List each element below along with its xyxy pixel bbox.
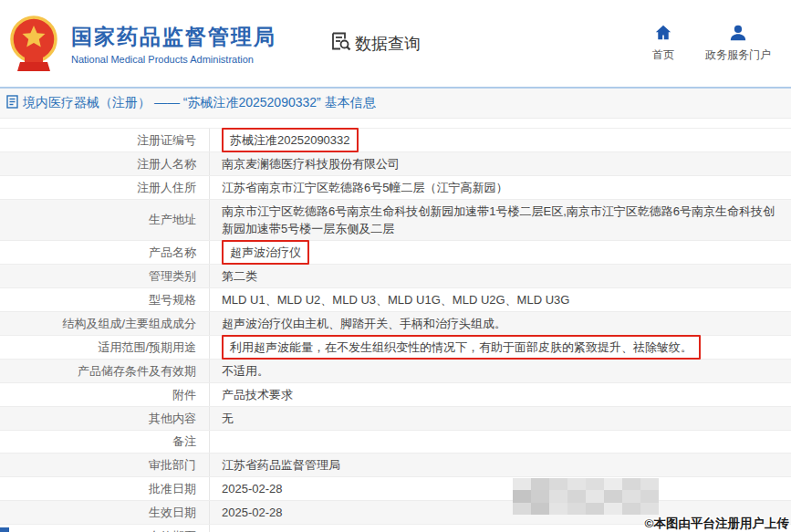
national-emblem-icon xyxy=(7,15,60,73)
table-row: 其他内容无 xyxy=(0,407,791,431)
row-value: 无 xyxy=(210,407,791,430)
row-label: 生产地址 xyxy=(0,200,210,240)
row-value: 江苏省药品监督管理局 xyxy=(210,454,791,476)
row-label: 备注 xyxy=(0,431,210,453)
row-label: 注册人名称 xyxy=(0,152,210,175)
highlight-box: 利用超声波能量，在不发生组织变性的情况下，有助于面部皮肤的紧致提升、祛除皱纹。 xyxy=(222,335,701,360)
row-label: 结构及组成/主要组成成分 xyxy=(0,312,210,335)
row-label: 生效日期 xyxy=(0,501,210,524)
breadcrumb: 境内医疗器械（注册） —— “苏械注准20252090332” 基本信息 xyxy=(0,89,791,119)
table-row: 结构及组成/主要组成成分超声波治疗仪由主机、脚踏开关、手柄和治疗头组成。 xyxy=(0,312,791,336)
highlight-box: 苏械注准20252090332 xyxy=(222,128,359,152)
row-label: 注册证编号 xyxy=(0,129,210,151)
table-row: 批准日期2025-02-28 xyxy=(0,477,791,501)
detail-table: 注册证编号苏械注准20252090332注册人名称南京麦澜德医疗科技股份有限公司… xyxy=(0,128,791,532)
table-row: 备注 xyxy=(0,431,791,454)
home-icon xyxy=(654,25,672,44)
row-label: 型号规格 xyxy=(0,288,210,311)
row-value: 南京麦澜德医疗科技股份有限公司 xyxy=(210,152,791,175)
data-query-nav[interactable]: 数据查询 xyxy=(329,30,421,57)
row-value: 超声波治疗仪由主机、脚踏开关、手柄和治疗头组成。 xyxy=(210,312,791,335)
row-value: 苏械注准20252090332 xyxy=(210,129,791,151)
agency-title: 国家药品监督管理局 xyxy=(71,23,276,51)
row-label: 其他内容 xyxy=(0,407,210,430)
table-row: 注册人住所江苏省南京市江宁区乾德路6号5幢二层（江宁高新园） xyxy=(0,176,791,200)
user-icon xyxy=(729,25,747,44)
watermark-text: ©本图由平台注册用户上传 xyxy=(645,516,789,532)
row-value: 超声波治疗仪 xyxy=(210,241,791,264)
home-label: 首页 xyxy=(652,47,674,63)
row-label: 附件 xyxy=(0,383,210,406)
site-header: 国家药品监督管理局 National Medical Products Admi… xyxy=(0,0,791,89)
document-icon xyxy=(6,95,18,112)
header-links: 首页 政务服务门户 xyxy=(652,25,771,63)
row-value xyxy=(210,431,791,453)
document-search-icon xyxy=(329,30,351,57)
row-label: 批准日期 xyxy=(0,477,210,500)
table-row: 管理类别第二类 xyxy=(0,265,791,288)
agency-subtitle: National Medical Products Administration xyxy=(71,54,276,65)
table-row: 注册证编号苏械注准20252090332 xyxy=(0,129,791,152)
highlight-box: 超声波治疗仪 xyxy=(222,240,309,265)
table-row: 型号规格MLD U1、MLD U2、MLD U3、MLD U1G、MLD U2G… xyxy=(0,288,791,312)
table-row: 产品储存条件及有效期不适用。 xyxy=(0,360,791,383)
table-row: 适用范围/预期用途利用超声波能量，在不发生组织变性的情况下，有助于面部皮肤的紧致… xyxy=(0,336,791,360)
table-row: 注册人名称南京麦澜德医疗科技股份有限公司 xyxy=(0,152,791,176)
row-value: MLD U1、MLD U2、MLD U3、MLD U1G、MLD U2G、MLD… xyxy=(210,288,791,311)
table-row: 产品名称超声波治疗仪 xyxy=(0,241,791,265)
row-value: 南京市江宁区乾德路6号南京生命科技创新园加速带1号楼二层E区,南京市江宁区乾德路… xyxy=(210,200,791,240)
agency-logo[interactable]: 国家药品监督管理局 National Medical Products Admi… xyxy=(7,15,276,73)
corner-mark xyxy=(0,527,9,532)
page: 国家药品监督管理局 National Medical Products Admi… xyxy=(0,0,791,532)
table-row: 审批部门江苏省药品监督管理局 xyxy=(0,454,791,477)
row-value: 不适用。 xyxy=(210,360,791,382)
table-row: 生产地址南京市江宁区乾德路6号南京生命科技创新园加速带1号楼二层E区,南京市江宁… xyxy=(0,200,791,241)
row-value: 2025-02-28 xyxy=(210,477,791,500)
agency-titles: 国家药品监督管理局 National Medical Products Admi… xyxy=(71,23,276,65)
data-query-label: 数据查询 xyxy=(355,33,421,55)
row-value: 利用超声波能量，在不发生组织变性的情况下，有助于面部皮肤的紧致提升、祛除皱纹。 xyxy=(210,336,791,359)
table-row: 附件产品技术要求 xyxy=(0,383,791,407)
row-value: 第二类 xyxy=(210,265,791,287)
row-label: 审批部门 xyxy=(0,454,210,476)
row-label: 注册人住所 xyxy=(0,176,210,199)
portal-label: 政务服务门户 xyxy=(705,47,771,63)
blurred-region xyxy=(513,478,659,515)
breadcrumb-text: 境内医疗器械（注册） —— “苏械注准20252090332” 基本信息 xyxy=(23,95,376,111)
row-label: 产品名称 xyxy=(0,241,210,264)
row-label: 适用范围/预期用途 xyxy=(0,336,210,359)
home-link[interactable]: 首页 xyxy=(652,25,674,63)
row-label: 管理类别 xyxy=(0,265,210,287)
row-label: 产品储存条件及有效期 xyxy=(0,360,210,382)
row-label: 有效期至 xyxy=(0,525,210,532)
row-value: 江苏省南京市江宁区乾德路6号5幢二层（江宁高新园） xyxy=(210,176,791,199)
portal-link[interactable]: 政务服务门户 xyxy=(705,25,771,63)
row-value: 产品技术要求 xyxy=(210,383,791,406)
